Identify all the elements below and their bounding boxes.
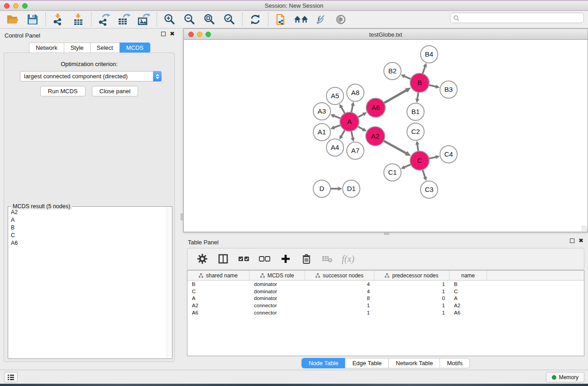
- delete-table-icon[interactable]: [320, 251, 334, 267]
- search-input[interactable]: [461, 15, 581, 21]
- export-network-icon[interactable]: [96, 12, 112, 27]
- node-label-A7: A7: [351, 147, 359, 154]
- refresh-icon[interactable]: [247, 12, 263, 27]
- table-cell[interactable]: dominator: [249, 289, 305, 294]
- column-selector-icon[interactable]: [216, 251, 230, 267]
- table-cell[interactable]: 1: [374, 281, 449, 287]
- table-cell[interactable]: 4: [305, 289, 374, 294]
- network-window-title: testGlobe.txt: [184, 31, 588, 38]
- table-cell[interactable]: A: [187, 295, 249, 301]
- export-table-icon[interactable]: [116, 12, 132, 27]
- table-cell[interactable]: dominator: [249, 281, 305, 287]
- table-row[interactable]: Cdominator41C: [187, 288, 584, 295]
- table-cell[interactable]: connector: [249, 303, 305, 308]
- horizontal-splitter-handle[interactable]: [384, 233, 389, 235]
- import-table-icon[interactable]: [70, 12, 86, 27]
- close-table-panel-icon[interactable]: ✖: [578, 238, 583, 243]
- export-image-icon[interactable]: [136, 12, 152, 27]
- dropdown-stepper-icon[interactable]: [153, 71, 162, 81]
- column-header-predecessor-nodes[interactable]: predecessor nodes: [374, 271, 449, 280]
- tab-node-table[interactable]: Node Table: [301, 358, 345, 368]
- main-titlebar[interactable]: Session: New Session: [0, 1, 588, 11]
- vertical-splitter-handle[interactable]: [181, 213, 183, 220]
- task-history-button[interactable]: [4, 372, 18, 382]
- tab-network-table[interactable]: Network Table: [388, 358, 440, 368]
- tab-mcds[interactable]: MCDS: [120, 43, 150, 53]
- table-cell[interactable]: C: [187, 289, 249, 294]
- optimization-criterion-label: Optimization criterion:: [4, 61, 174, 67]
- column-header-MCDS-role[interactable]: MCDS role: [249, 271, 305, 280]
- table-row[interactable]: Adominator80A: [187, 295, 584, 302]
- mcds-result-item[interactable]: C: [8, 231, 167, 239]
- edge-arrowhead: [423, 63, 427, 67]
- zoom-in-icon[interactable]: [162, 12, 178, 27]
- table-cell[interactable]: B: [187, 281, 249, 287]
- table-cell[interactable]: 4: [305, 281, 374, 287]
- open-folder-icon[interactable]: [5, 12, 21, 27]
- column-header-name[interactable]: name: [449, 271, 487, 280]
- column-header-successor-nodes[interactable]: successor nodes: [305, 271, 374, 280]
- edge-A6-B[interactable]: [383, 90, 407, 103]
- import-network-icon[interactable]: [50, 12, 67, 27]
- zoom-fit-icon[interactable]: [201, 12, 218, 27]
- table-cell[interactable]: dominator: [249, 295, 305, 301]
- tab-edge-table[interactable]: Edge Table: [345, 358, 388, 368]
- table-cell[interactable]: 8: [305, 295, 374, 301]
- run-mcds-button[interactable]: Run MCDS: [40, 86, 86, 96]
- mcds-list-scrollbar[interactable]: [167, 207, 172, 358]
- table-row[interactable]: A6connector11A6: [187, 309, 584, 316]
- search-field[interactable]: [450, 13, 584, 23]
- network-window-titlebar[interactable]: testGlobe.txt: [183, 29, 588, 40]
- save-icon[interactable]: [24, 12, 41, 27]
- float-table-panel-icon[interactable]: [570, 238, 574, 243]
- table-cell[interactable]: A6: [449, 310, 487, 315]
- table-settings-gear-icon[interactable]: [196, 251, 209, 267]
- table-cell[interactable]: B: [449, 281, 487, 287]
- edge-C-C3[interactable]: [422, 169, 425, 177]
- main-toolbar: f: [0, 11, 588, 29]
- table-cell[interactable]: 1: [305, 303, 374, 308]
- table-cell[interactable]: connector: [249, 310, 305, 315]
- float-panel-icon[interactable]: [161, 32, 166, 36]
- table-row[interactable]: Bdominator41B: [187, 281, 584, 288]
- table-cell[interactable]: A: [449, 295, 487, 301]
- optimization-criterion-dropdown[interactable]: largest connected component (directed): [20, 71, 162, 81]
- home-icon[interactable]: [293, 12, 309, 27]
- table-cell[interactable]: A2: [449, 303, 487, 308]
- table-cell[interactable]: 1: [374, 289, 449, 294]
- zoom-selected-icon[interactable]: [221, 12, 238, 27]
- eye-icon[interactable]: [333, 12, 349, 27]
- table-cell[interactable]: 1: [374, 303, 449, 308]
- close-panel-button[interactable]: Close panel: [92, 86, 139, 96]
- delete-column-icon[interactable]: [300, 251, 313, 267]
- close-panel-icon[interactable]: ✖: [170, 32, 175, 36]
- session-document-icon[interactable]: [273, 12, 289, 27]
- mcds-result-item[interactable]: B: [8, 224, 167, 231]
- zoom-out-icon[interactable]: [182, 12, 198, 27]
- mcds-result-item[interactable]: A6: [8, 239, 167, 247]
- mcds-result-item[interactable]: A: [8, 216, 167, 224]
- resize-grip[interactable]: [582, 226, 587, 231]
- column-header-shared-name[interactable]: shared name: [187, 271, 249, 280]
- table-cell[interactable]: A2: [187, 303, 249, 308]
- hide-annotations-icon[interactable]: f: [313, 12, 329, 27]
- node-label-B: B: [417, 79, 422, 86]
- table-cell[interactable]: 1: [374, 310, 449, 315]
- table-cell[interactable]: 1: [305, 310, 374, 315]
- table-cell[interactable]: C: [449, 289, 487, 294]
- edge-A2-C[interactable]: [383, 140, 406, 153]
- memory-button[interactable]: Memory: [546, 372, 584, 382]
- mcds-result-item[interactable]: A2: [8, 208, 167, 216]
- add-column-icon[interactable]: [279, 251, 292, 267]
- edge-arrowhead: [351, 138, 355, 142]
- unselect-all-rows-icon[interactable]: [258, 251, 272, 267]
- table-row[interactable]: A2connector11A2: [187, 302, 584, 309]
- select-all-rows-icon[interactable]: [237, 251, 251, 267]
- tab-style[interactable]: Style: [64, 43, 90, 53]
- tab-network[interactable]: Network: [29, 43, 64, 53]
- tab-motifs[interactable]: Motifs: [440, 358, 470, 368]
- network-canvas[interactable]: B4B2BB3A5A8A6A3B1AA1C2A2A4A7C4CC1C3DD1: [183, 40, 588, 232]
- table-cell[interactable]: A6: [187, 310, 249, 315]
- table-cell[interactable]: 0: [374, 295, 449, 301]
- tab-select[interactable]: Select: [90, 43, 120, 53]
